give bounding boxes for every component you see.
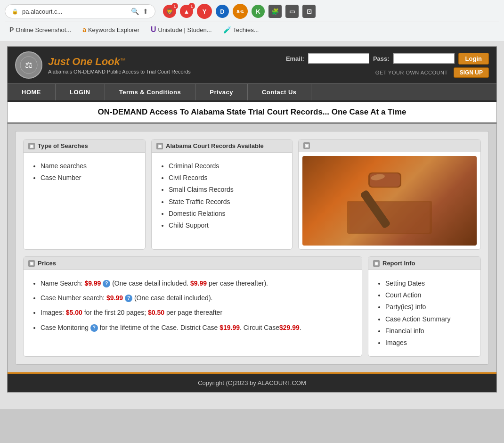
brand-name-text: Just One Look: [48, 56, 120, 67]
url-text: pa.alacourt.c...: [22, 8, 62, 15]
brand-tm: ™: [120, 57, 126, 64]
price-name-search-2: $9.99: [190, 279, 207, 287]
price-case-number-1: $9.99: [106, 294, 123, 302]
ext-brave[interactable]: 🦁 1: [163, 5, 176, 18]
ext-d[interactable]: D: [216, 5, 229, 18]
footer-text: Copyright (C)2023 by ALACOURT.COM: [198, 379, 306, 386]
ext-puzzle[interactable]: 🧩: [268, 5, 282, 18]
searches-panel: ▣ Type of Searches Name searches Case Nu…: [23, 139, 146, 250]
get-account-text: GET YOUR OWN ACCOUNT: [375, 70, 448, 75]
record-domestic: Domestic Relations: [169, 208, 285, 220]
email-label: Email:: [286, 55, 304, 62]
bookmark-label: Keywords Explorer: [88, 26, 139, 33]
help-icon-monitoring[interactable]: ?: [90, 324, 98, 332]
login-button[interactable]: Login: [458, 53, 489, 65]
image-panel-header: ▣: [299, 139, 480, 152]
report-panel-body: Setting Dates Court Action Party(ies) in…: [368, 270, 480, 356]
svg-text:⚖: ⚖: [25, 60, 33, 70]
bm-icon-p: P: [9, 26, 14, 33]
price-name-search: Name Search: $9.99 ? (One case detail in…: [41, 278, 354, 289]
nav-contact[interactable]: Contact Us: [248, 84, 311, 100]
records-panel-body: Criminal Records Civil Records Small Cla…: [152, 153, 292, 239]
record-small-claims: Small Claims Records: [169, 184, 285, 196]
browser-toolbar: 🔒 pa.alacourt.c... 🔍 ⬆ 🦁 1 ▲ 1 Y D a41 K…: [5, 4, 499, 19]
bookmark-label: Online Screenshot...: [16, 26, 71, 33]
password-input[interactable]: [393, 53, 455, 64]
price-name-search-1: $9.99: [84, 279, 101, 287]
search-type-name: Name searches: [41, 160, 138, 172]
site-footer: Copyright (C)2023 by ALACOURT.COM: [8, 372, 496, 392]
record-civil: Civil Records: [169, 172, 285, 184]
bottom-panels: ▣ Prices Name Search: $9.99 ? (One case …: [23, 256, 481, 357]
prices-panel-body: Name Search: $9.99 ? (One case detail in…: [24, 270, 362, 344]
zoom-icon: 🔍: [131, 8, 139, 15]
price-monitoring: Case Monitoring ? for the lifetime of th…: [41, 322, 354, 334]
lock-icon: 🔒: [12, 8, 18, 15]
auth-row: Email: Pass: Login: [286, 53, 489, 65]
searches-panel-title: Type of Searches: [38, 142, 88, 149]
email-input[interactable]: [308, 53, 369, 64]
logo-svg: ⚖: [19, 56, 38, 74]
site-wrapper: ⚖ Just One Look™ Alabama's ON-DEMAND Pub…: [0, 41, 504, 409]
image-panel: ▣: [298, 139, 481, 250]
image-panel-body: [299, 152, 480, 249]
report-parties: Party(ies) info: [385, 301, 473, 313]
records-header-icon: ▣: [156, 143, 163, 149]
price-case-number: Case Number search: $9.99 ? (One case de…: [41, 292, 354, 304]
gavel-image: [302, 156, 477, 246]
record-traffic: State Traffic Records: [169, 196, 285, 208]
svg-rect-3: [350, 202, 430, 233]
nav-terms[interactable]: Terms & Conditions: [105, 84, 196, 100]
gavel-svg: [342, 163, 437, 238]
prices-panel-header: ▣ Prices: [24, 257, 362, 270]
records-panel: ▣ Alabama Court Records Available Crimin…: [151, 139, 293, 250]
price-district: $19.99: [219, 324, 240, 331]
price-images-2: $0.50: [148, 309, 164, 316]
help-icon-case-number[interactable]: ?: [125, 295, 132, 302]
bookmark-label: Unistude | Studen...: [158, 26, 212, 33]
searches-panel-body: Name searches Case Number: [24, 153, 145, 191]
bm-icon-u: U: [151, 25, 156, 34]
ext-alert[interactable]: ▲ 1: [180, 5, 193, 18]
searches-panel-header: ▣ Type of Searches: [24, 139, 145, 153]
report-panel-title: Report Info: [382, 260, 415, 267]
ext-a41[interactable]: a41: [233, 4, 248, 19]
brand-name: Just One Look™: [48, 56, 191, 68]
header-auth: Email: Pass: Login GET YOUR OWN ACCOUNT …: [286, 53, 489, 78]
browser-chrome: 🔒 pa.alacourt.c... 🔍 ⬆ 🦁 1 ▲ 1 Y D a41 K…: [0, 0, 504, 41]
site-nav: HOME LOGIN Terms & Conditions Privacy Co…: [8, 83, 496, 100]
top-panels: ▣ Type of Searches Name searches Case Nu…: [23, 139, 481, 250]
ext-sidebar[interactable]: ▭: [285, 5, 299, 18]
record-criminal: Criminal Records: [169, 160, 285, 172]
report-financial: Financial info: [385, 325, 473, 337]
share-icon[interactable]: ⬆: [143, 8, 148, 15]
address-bar[interactable]: 🔒 pa.alacourt.c... 🔍 ⬆: [5, 4, 155, 18]
report-images: Images: [385, 337, 473, 349]
help-icon-name-search[interactable]: ?: [103, 280, 110, 287]
bookmark-unistude[interactable]: U Unistude | Studen...: [146, 24, 217, 35]
searches-header-icon: ▣: [28, 143, 35, 149]
site-logo: ⚖: [15, 51, 42, 79]
banner-text: ON-DEMAND Access To Alabama State Trial …: [98, 107, 406, 116]
bookmark-screenshot[interactable]: P Online Screenshot...: [5, 24, 76, 35]
signup-button[interactable]: SIGN UP: [454, 67, 489, 78]
bookmark-techies[interactable]: 🧪 Techies...: [219, 24, 264, 35]
price-circuit: $29.99: [279, 324, 300, 331]
records-panel-header: ▣ Alabama Court Records Available: [152, 139, 292, 153]
report-header-icon: ▣: [373, 260, 380, 267]
extension-icons: 🦁 1 ▲ 1 Y D a41 K 🧩 ▭ ⊡: [163, 4, 316, 19]
pass-label: Pass:: [373, 55, 390, 62]
nav-login[interactable]: LOGIN: [56, 84, 105, 100]
ext-more[interactable]: ⊡: [302, 5, 316, 18]
record-child-support: Child Support: [169, 220, 285, 231]
ext-k[interactable]: K: [252, 5, 265, 18]
report-panel: ▣ Report Info Setting Dates Court Action…: [368, 256, 481, 357]
price-images: Images: $5.00 for the first 20 pages; $0…: [41, 307, 354, 319]
image-header-icon: ▣: [303, 142, 310, 149]
nav-home[interactable]: HOME: [8, 84, 56, 100]
ext-yandex[interactable]: Y: [197, 4, 212, 19]
prices-panel-title: Prices: [38, 260, 56, 267]
bm-icon-a: a: [82, 26, 86, 33]
bookmark-keywords[interactable]: a Keywords Explorer: [78, 24, 144, 35]
nav-privacy[interactable]: Privacy: [195, 84, 248, 100]
